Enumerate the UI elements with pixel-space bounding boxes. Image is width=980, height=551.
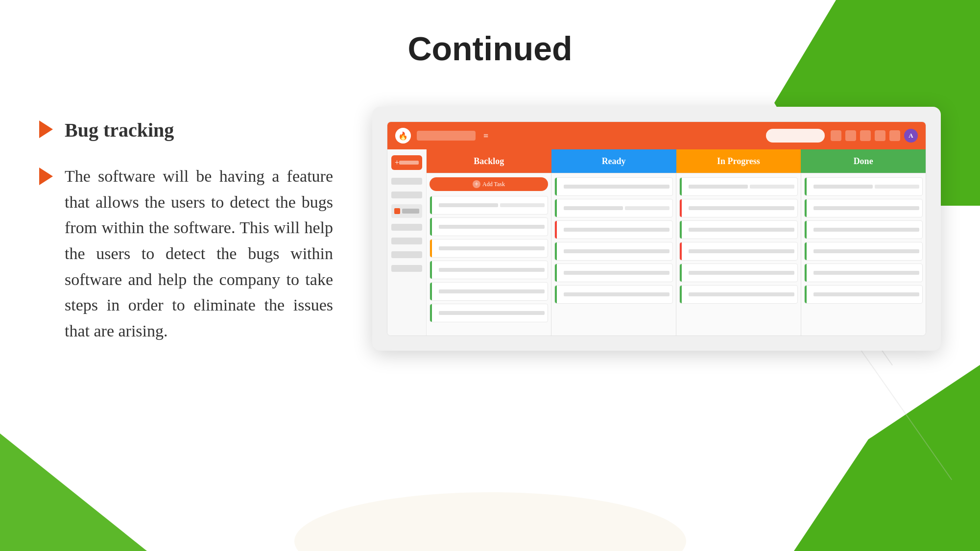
card-meta-bar — [625, 206, 669, 210]
add-task-label: Add Task — [482, 181, 505, 188]
bullet-arrow-1 — [39, 120, 53, 138]
card-status-green — [555, 242, 557, 260]
card-status-green — [805, 264, 807, 282]
backlog-card-4[interactable] — [430, 261, 548, 279]
app-logo: 🔥 — [395, 128, 411, 144]
card-content-bar — [439, 289, 545, 293]
card-status-green — [555, 286, 557, 303]
done-card-1[interactable] — [804, 177, 923, 196]
screenshot-section: 🔥 ≡ A — [372, 107, 941, 351]
bell-icon[interactable] — [889, 130, 900, 141]
done-card-2[interactable] — [804, 199, 923, 217]
sidebar-item-4[interactable] — [391, 238, 422, 244]
card-content-bar — [439, 246, 545, 250]
done-card-5[interactable] — [804, 264, 923, 282]
inprogress-card-5[interactable] — [679, 264, 798, 282]
help-icon[interactable] — [875, 130, 885, 141]
card-status-green — [805, 286, 807, 303]
sidebar-item-1[interactable] — [391, 178, 422, 185]
ready-card-4[interactable] — [554, 242, 673, 261]
board-label — [402, 209, 419, 214]
column-header-backlog: Backlog — [427, 149, 551, 173]
add-task-button[interactable]: + Add Task — [430, 177, 548, 191]
bookmark-icon[interactable] — [860, 130, 871, 141]
card-content-bar — [689, 249, 794, 253]
app-mockup: 🔥 ≡ A — [387, 121, 926, 336]
card-status-green — [430, 283, 432, 300]
card-content-bar — [813, 292, 919, 296]
inprogress-card-4[interactable] — [679, 242, 798, 261]
inprogress-card-1[interactable] — [679, 177, 798, 196]
sidebar-item-6[interactable] — [391, 265, 422, 272]
kanban-columns-body: + Add Task — [427, 173, 926, 335]
slide-title: Continued — [39, 29, 941, 68]
done-card-6[interactable] — [804, 285, 923, 304]
column-header-inprogress: In Progress — [676, 149, 801, 173]
card-content-bar — [813, 185, 873, 189]
kanban-col-ready — [551, 173, 676, 335]
app-search-bar[interactable] — [766, 129, 825, 143]
card-content-bar — [564, 206, 623, 210]
plus-icon: + — [395, 158, 399, 167]
inprogress-card-6[interactable] — [679, 285, 798, 304]
sidebar-add-button[interactable]: + — [391, 155, 422, 170]
card-content-bar — [564, 271, 669, 275]
app-header-menu-icon: ≡ — [483, 131, 488, 141]
card-content-bar — [564, 292, 669, 296]
kanban-col-done — [801, 173, 926, 335]
search-icon[interactable] — [831, 130, 841, 141]
backlog-card-5[interactable] — [430, 282, 548, 301]
bullet-item-description: The software will be having a feature th… — [39, 164, 333, 344]
card-content-bar — [689, 228, 794, 232]
app-body: + — [387, 149, 926, 335]
kanban-col-inprogress — [676, 173, 801, 335]
backlog-card-3[interactable] — [430, 239, 548, 258]
app-sidebar: + — [387, 149, 427, 335]
ready-card-6[interactable] — [554, 285, 673, 304]
sidebar-item-board[interactable] — [391, 204, 422, 218]
card-content-bar — [813, 228, 919, 232]
sidebar-item-3[interactable] — [391, 224, 422, 231]
card-status-green — [805, 242, 807, 260]
ready-card-3[interactable] — [554, 220, 673, 239]
screenshot-outer-frame: 🔥 ≡ A — [372, 107, 941, 351]
text-section: Bug tracking The software will be having… — [39, 107, 333, 364]
card-status-green — [430, 196, 432, 214]
card-status-orange — [430, 240, 432, 257]
card-content-bar — [564, 185, 669, 189]
card-content-bar — [689, 206, 794, 210]
card-content-bar — [813, 249, 919, 253]
card-meta-bar — [750, 185, 794, 189]
user-icon[interactable] — [845, 130, 856, 141]
ready-card-1[interactable] — [554, 177, 673, 196]
backlog-card-1[interactable] — [430, 196, 548, 215]
card-meta-bar — [500, 203, 545, 207]
card-status-green — [680, 286, 682, 303]
ready-card-2[interactable] — [554, 199, 673, 217]
inprogress-card-2[interactable] — [679, 199, 798, 217]
card-content-bar — [439, 225, 545, 229]
ready-card-5[interactable] — [554, 264, 673, 282]
card-content-bar — [439, 203, 498, 207]
card-status-green — [555, 178, 557, 195]
backlog-card-2[interactable] — [430, 217, 548, 236]
card-status-red — [680, 242, 682, 260]
app-header: 🔥 ≡ A — [387, 122, 926, 149]
backlog-card-6[interactable] — [430, 304, 548, 322]
column-header-ready: Ready — [551, 149, 676, 173]
column-header-done: Done — [801, 149, 926, 173]
sidebar-item-5[interactable] — [391, 251, 422, 258]
card-status-green — [430, 218, 432, 236]
kanban-board: Backlog Ready In Progress Done + — [427, 149, 926, 335]
sidebar-item-2[interactable] — [391, 192, 422, 198]
card-status-green — [430, 261, 432, 279]
user-avatar[interactable]: A — [904, 129, 918, 143]
card-content-bar — [813, 271, 919, 275]
card-content-bar — [439, 268, 545, 272]
card-status-green — [680, 178, 682, 195]
done-card-4[interactable] — [804, 242, 923, 261]
done-card-3[interactable] — [804, 220, 923, 239]
inprogress-card-3[interactable] — [679, 220, 798, 239]
bullet-arrow-2 — [39, 168, 53, 185]
card-status-green — [805, 178, 807, 195]
